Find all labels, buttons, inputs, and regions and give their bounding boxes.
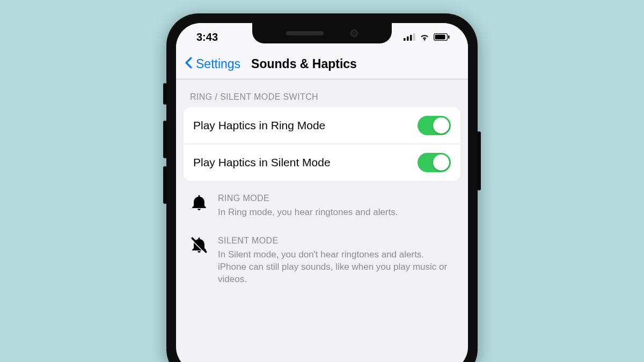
row-label: Play Haptics in Silent Mode: [193, 156, 331, 169]
back-chevron-icon[interactable]: [185, 56, 193, 71]
wifi-icon: [419, 33, 430, 41]
back-button-label[interactable]: Settings: [196, 57, 240, 71]
info-description: In Silent mode, you don't hear ringtones…: [218, 249, 454, 286]
haptics-settings-card: Play Haptics in Ring Mode Play Haptics i…: [184, 107, 460, 181]
front-camera: [350, 29, 358, 37]
toggle-haptics-silent-mode[interactable]: [418, 153, 451, 172]
navigation-bar: Settings Sounds & Haptics: [176, 51, 468, 79]
info-silent-mode: SILENT MODE In Silent mode, you don't he…: [176, 223, 468, 290]
row-haptics-silent-mode: Play Haptics in Silent Mode: [184, 144, 460, 181]
bell-icon: [190, 194, 208, 219]
power-button: [477, 131, 481, 190]
toggle-knob: [433, 117, 449, 134]
volume-up-button: [163, 121, 167, 158]
display-notch: [252, 23, 392, 43]
info-title: SILENT MODE: [218, 236, 454, 246]
svg-rect-5: [435, 35, 445, 40]
earpiece-speaker: [286, 31, 324, 35]
section-header-ring-silent: RING / SILENT MODE SWITCH: [176, 79, 468, 107]
info-ring-mode: RING MODE In Ring mode, you hear rington…: [176, 181, 468, 223]
row-label: Play Haptics in Ring Mode: [193, 119, 325, 132]
phone-device-frame: 3:43 Settings Sounds & Haptics RING: [166, 13, 478, 362]
battery-icon: [434, 33, 450, 41]
page-title: Sounds & Haptics: [251, 57, 357, 71]
mute-switch: [163, 83, 167, 105]
svg-rect-0: [404, 38, 406, 41]
svg-rect-6: [448, 35, 450, 39]
toggle-haptics-ring-mode[interactable]: [418, 116, 451, 135]
svg-rect-3: [413, 33, 415, 41]
bell-slash-icon: [190, 236, 208, 286]
volume-down-button: [163, 166, 167, 204]
info-description: In Ring mode, you hear ringtones and ale…: [218, 206, 398, 219]
svg-rect-2: [410, 35, 412, 41]
cellular-signal-icon: [404, 33, 415, 41]
status-indicators: [404, 33, 453, 41]
row-haptics-ring-mode: Play Haptics in Ring Mode: [184, 107, 460, 144]
svg-rect-1: [407, 36, 409, 41]
phone-screen: 3:43 Settings Sounds & Haptics RING: [176, 23, 468, 362]
toggle-knob: [433, 154, 449, 171]
settings-content: RING / SILENT MODE SWITCH Play Haptics i…: [176, 79, 468, 290]
info-title: RING MODE: [218, 194, 398, 203]
status-time: 3:43: [191, 31, 218, 43]
